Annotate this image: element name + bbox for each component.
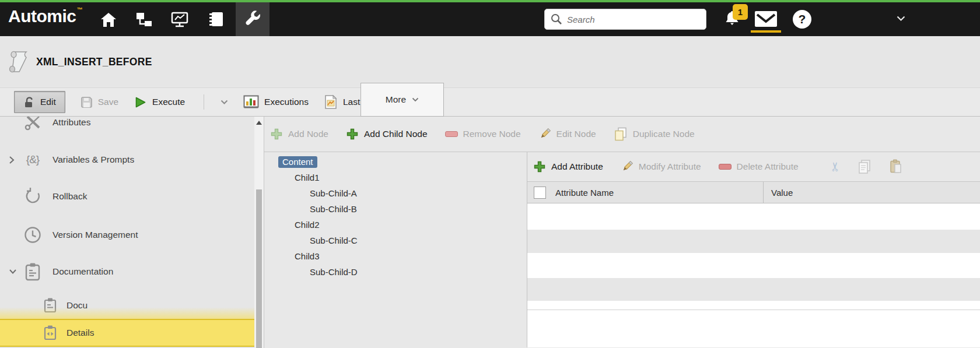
play-icon [134, 96, 147, 109]
scissors-icon: ✂ [828, 161, 842, 172]
more-dropdown-button[interactable]: More [360, 83, 444, 117]
envelope-icon [756, 13, 776, 24]
paste-attribute-button[interactable] [889, 159, 903, 174]
tree-node-label: Content [278, 156, 317, 168]
notification-count-badge: 1 [733, 4, 748, 20]
executions-button[interactable]: Executions [243, 91, 309, 113]
plus-icon [533, 160, 546, 173]
clipboard-icon [22, 262, 43, 282]
tree-node-label: Child2 [295, 220, 320, 230]
attributes-panel: Add Attribute Modify Attribute Delete At… [527, 152, 980, 347]
sidebar-item-documentation[interactable]: Documentation [0, 260, 254, 283]
sidebar-item-attributes[interactable]: Attributes [0, 117, 254, 134]
details-clipboard-icon [42, 325, 58, 341]
search-input[interactable] [567, 15, 700, 24]
copy-attribute-button[interactable] [858, 159, 872, 174]
save-button[interactable]: Save [80, 91, 118, 113]
object-sections-sidebar: Attributes {&} Variables & Prompts Rollb… [0, 117, 254, 348]
edit-button-label: Edit [40, 97, 56, 107]
attribute-toolbar: Add Attribute Modify Attribute Delete At… [527, 152, 980, 181]
tree-node[interactable]: Sub-Child-D [264, 264, 527, 280]
sidebar-item-variables-prompts[interactable]: {&} Variables & Prompts [0, 148, 254, 171]
execute-button[interactable]: Execute [134, 91, 185, 113]
tree-node[interactable]: Sub-Child-B [264, 201, 527, 217]
empty-table-row [527, 278, 980, 301]
tree-node[interactable]: Child2 [264, 217, 527, 233]
tree-node[interactable]: Child3 [264, 248, 527, 264]
tree-node-label: Sub-Child-B [310, 204, 357, 214]
tree-node-selected[interactable]: Content [264, 154, 527, 170]
duplicate-node-button[interactable]: Duplicate Node [614, 127, 695, 141]
help-button[interactable]: ? [793, 10, 811, 29]
tree-node[interactable]: Sub-Child-A [264, 185, 527, 201]
user-menu-caret[interactable] [897, 16, 905, 22]
chevron-right-icon[interactable] [9, 156, 17, 164]
tree-node-label: Sub-Child-C [310, 235, 358, 245]
empty-table-row [527, 203, 980, 230]
object-toolbar: Edit Save Execute Executions Last Report… [0, 87, 980, 117]
floppy-disk-icon [80, 96, 93, 108]
automic-app: Automic™ 1 ? [0, 0, 980, 348]
crossed-tools-icon [22, 117, 43, 132]
empty-table-row [527, 301, 980, 310]
sidebar-item-label: Variables & Prompts [52, 154, 134, 165]
remove-node-button[interactable]: Remove Node [445, 129, 521, 139]
scrollbar-thumb[interactable] [256, 189, 262, 348]
question-mark-icon: ? [799, 12, 806, 26]
catalog-nav-button[interactable] [200, 2, 233, 36]
sidebar-scrollbar[interactable] [254, 117, 264, 348]
tree-node[interactable]: Sub-Child-C [264, 233, 527, 248]
sidebar-item-version-management[interactable]: Version Management [0, 223, 254, 247]
process-monitoring-nav-button[interactable] [163, 2, 197, 36]
rollback-arrow-icon [22, 187, 43, 206]
process-assembly-icon [135, 11, 153, 27]
report-document-icon [324, 94, 338, 110]
attribute-table-header: Attribute Name Value [527, 181, 980, 203]
sidebar-item-rollback[interactable]: Rollback [0, 185, 254, 208]
delete-attribute-button[interactable]: Delete Attribute [719, 161, 799, 172]
more-button-label: More [386, 94, 406, 105]
chevron-down-icon [220, 100, 228, 105]
messages-button-selected[interactable] [755, 11, 777, 27]
save-button-label: Save [98, 97, 118, 107]
edit-node-button[interactable]: Edit Node [538, 128, 596, 140]
add-attribute-button[interactable]: Add Attribute [533, 160, 603, 173]
select-all-checkbox[interactable] [534, 187, 546, 199]
tree-node-label: Child3 [295, 251, 320, 261]
process-assembly-nav-button[interactable] [127, 2, 161, 36]
add-node-button[interactable]: Add Node [270, 128, 328, 140]
execute-divider [204, 94, 204, 110]
top-navigation-bar: Automic™ 1 ? [0, 0, 980, 36]
add-child-node-label: Add Child Node [364, 129, 428, 139]
chevron-down-icon[interactable] [9, 269, 17, 275]
modify-attribute-button[interactable]: Modify Attribute [621, 160, 701, 173]
sidebar-item-label: Attributes [52, 117, 90, 128]
sidebar-item-details-selected[interactable]: Details [0, 319, 254, 347]
home-nav-button[interactable] [92, 2, 125, 36]
global-search [544, 9, 706, 30]
brand-logo: Automic™ [8, 6, 82, 26]
empty-table-row [527, 253, 980, 278]
sidebar-item-label: Documentation [52, 266, 113, 277]
variables-braces-icon: {&} [22, 153, 43, 166]
up-triangle-icon [256, 121, 262, 125]
notebook-icon [208, 11, 225, 27]
column-divider [763, 182, 764, 203]
empty-table-row [527, 230, 980, 253]
scrollbar-up-arrow[interactable] [256, 119, 262, 126]
add-child-node-button[interactable]: Add Child Node [346, 128, 428, 140]
value-column-header: Value [771, 188, 793, 198]
object-title-bar: XML_INSERT_BEFORE [0, 36, 980, 87]
monitor-chart-icon [170, 11, 189, 27]
process-development-nav-button-active[interactable] [236, 2, 270, 36]
table-empty-area [527, 310, 980, 347]
tree-node[interactable]: Child1 [264, 170, 527, 185]
messages-active-indicator [751, 30, 781, 33]
sidebar-item-label: Version Management [52, 230, 138, 240]
xml-editor: Add Node Add Child Node Remove Node Edit… [264, 117, 980, 348]
edit-button[interactable]: Edit [14, 91, 65, 113]
chevron-down-icon [412, 97, 419, 102]
tree-node-label: Child1 [295, 173, 320, 182]
execute-dropdown-caret[interactable] [220, 91, 228, 113]
cut-attribute-button[interactable]: ✂ [830, 160, 841, 174]
